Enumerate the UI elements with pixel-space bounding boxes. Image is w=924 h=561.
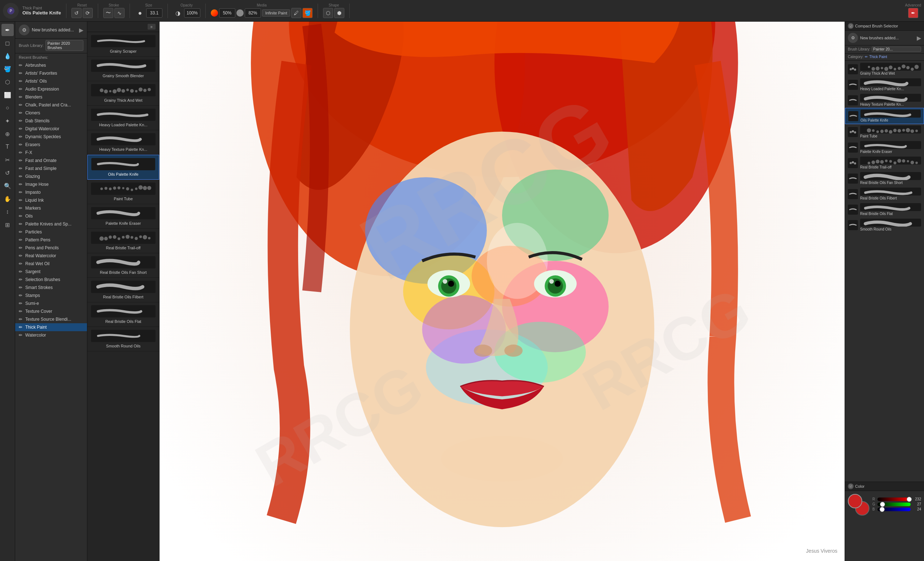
right-brush-item[interactable]: Real Bristle Oils Flat xyxy=(845,202,924,217)
app-icon[interactable]: P xyxy=(3,3,19,19)
right-panel-arrow[interactable]: ▶ xyxy=(917,34,921,42)
tool-text[interactable]: T xyxy=(2,141,14,153)
stroke-btn-1[interactable]: 〜 xyxy=(103,8,113,18)
dropper-btn[interactable]: 🖊 xyxy=(291,8,302,18)
brush-list-item[interactable]: ✏Texture Source Blendi... xyxy=(15,315,87,323)
right-brush-item[interactable]: Real Bristle Oils Filbert xyxy=(845,186,924,202)
brush-list-item[interactable]: ✏Cloners xyxy=(15,109,87,117)
brush-detail-item[interactable]: Grainy Thick And Wet xyxy=(87,81,159,106)
right-brush-item[interactable]: Grainy Thick And Wet xyxy=(845,61,924,77)
tool-brush[interactable]: ✒ xyxy=(2,24,14,36)
brush-list-item[interactable]: ✏Fast and Simple xyxy=(15,165,87,172)
brush-list-item[interactable]: ✏Digital Watercolor xyxy=(15,125,87,133)
brush-list-item[interactable]: ✏Texture Cover xyxy=(15,307,87,315)
right-brush-item[interactable]: Palette Knife Eraser xyxy=(845,140,924,155)
opacity-value[interactable]: 100% xyxy=(184,8,200,18)
reset-all-btn[interactable]: ⟳ xyxy=(82,8,93,18)
brush-panel-arrow[interactable]: ▶ xyxy=(79,27,83,34)
brush-list-item[interactable]: ✏Erasers xyxy=(15,141,87,149)
shape-btn-1[interactable]: ⬡ xyxy=(323,8,333,18)
brush-list-item[interactable]: ✏Oils xyxy=(15,212,87,220)
brush-list-item[interactable]: ✏Audio Expression xyxy=(15,85,87,93)
right-library-select[interactable]: Painter 20... xyxy=(872,46,921,52)
right-brush-item[interactable]: Paint Tube xyxy=(845,124,924,140)
brush-detail-item[interactable]: Smooth Round Oils xyxy=(87,327,159,352)
tool-transform[interactable]: ⊕ xyxy=(2,128,14,140)
tool-zoom[interactable]: 🔍 xyxy=(2,180,14,192)
brush-list-item[interactable]: ✏Watercolor xyxy=(15,331,87,339)
brush-detail-item[interactable]: Oils Palette Knife xyxy=(87,155,159,180)
brush-detail-item[interactable]: Paint Tube xyxy=(87,180,159,204)
size-value[interactable]: 33.1 xyxy=(146,8,162,18)
right-brush-item[interactable]: Real Bristle Trail-off xyxy=(845,155,924,171)
right-brush-item[interactable]: Smooth Round Oils xyxy=(845,217,924,233)
brush-list-item[interactable]: ✏Dab Stencils xyxy=(15,117,87,125)
brush-list-item[interactable]: ✏Glazing xyxy=(15,172,87,180)
brush-library-select[interactable]: Painter 2020 Brushes xyxy=(45,40,83,51)
right-brush-item[interactable]: Oils Palette Knife xyxy=(845,108,924,124)
brush-list-item[interactable]: ✏Chalk, Pastel and Cra... xyxy=(15,101,87,109)
brush-list-item[interactable]: ✏Image Hose xyxy=(15,180,87,188)
brush-list-item[interactable]: ✏Blenders xyxy=(15,93,87,101)
tool-pen[interactable]: ✂ xyxy=(2,154,14,166)
reset-btn[interactable]: ↺ xyxy=(72,8,82,18)
tool-magic-wand[interactable]: ✦ xyxy=(2,115,14,127)
brush-list-item[interactable]: ✏F-X xyxy=(15,149,87,157)
brush-detail-item[interactable]: Real Bristle Oils Flat xyxy=(87,302,159,327)
brush-list-item[interactable]: ✏Airbrushes xyxy=(15,61,87,69)
tool-rect-select[interactable]: ⬜ xyxy=(2,89,14,101)
grain-value[interactable]: 82% xyxy=(245,8,261,18)
g-slider[interactable] xyxy=(878,503,910,506)
brush-list-item[interactable]: ✏Fast and Ornate xyxy=(15,157,87,165)
infinite-paint-btn[interactable]: Infinite Paint xyxy=(262,9,291,16)
brush-list-item[interactable]: ✏Artists' Oils xyxy=(15,77,87,85)
brush-detail-item[interactable]: Grainy Smooth Blender xyxy=(87,57,159,81)
shape-btn-2[interactable]: ⬢ xyxy=(334,8,344,18)
brush-list-item[interactable]: ✏Particles xyxy=(15,228,87,236)
brush-list-item[interactable]: ✏Smart Strokes xyxy=(15,284,87,292)
brush-list-item[interactable]: ✏Sumi-e xyxy=(15,299,87,307)
brush-detail-item[interactable]: Real Bristle Oils Filbert xyxy=(87,278,159,302)
tool-curve[interactable]: ↺ xyxy=(2,167,14,179)
brush-detail-item[interactable]: Palette Knife Eraser xyxy=(87,204,159,229)
tool-eyedropper[interactable]: 💧 xyxy=(2,50,14,62)
brush-list-item[interactable]: ✏Thick Paint xyxy=(15,323,87,331)
tool-lasso[interactable]: ○ xyxy=(2,102,14,114)
brush-detail-item[interactable]: Heavy Loaded Palette Kn... xyxy=(87,106,159,130)
stroke-btn-2[interactable]: ∿ xyxy=(114,8,124,18)
paint-bucket-btn[interactable]: 🪣 xyxy=(303,8,313,18)
tool-rotate[interactable]: ↕ xyxy=(2,206,14,218)
flow-value[interactable]: 50% xyxy=(219,8,236,18)
right-brush-item[interactable]: Heavy Texture Palette Kn... xyxy=(845,92,924,108)
tool-fill[interactable]: 🪣 xyxy=(2,63,14,75)
tool-shape[interactable]: ⬡ xyxy=(2,76,14,88)
right-brush-item[interactable]: Real Bristle Oils Fan Short xyxy=(845,171,924,186)
brush-list-item[interactable]: ✏Artists' Favorites xyxy=(15,69,87,77)
fg-color-swatch[interactable] xyxy=(848,494,862,508)
brush-list-item[interactable]: ✏Dynamic Speckles xyxy=(15,133,87,141)
right-brush-item[interactable]: Heavy Loaded Palette Kn... xyxy=(845,77,924,92)
tool-mirror[interactable]: ⊞ xyxy=(2,218,14,231)
brush-detail-item[interactable]: Heavy Texture Palette Kn... xyxy=(87,130,159,155)
brush-list-item[interactable]: ✏Real Wet Oil xyxy=(15,260,87,268)
brush-list-item[interactable]: ✏Pattern Pens xyxy=(15,236,87,244)
b-slider[interactable] xyxy=(878,508,910,511)
brush-list-item[interactable]: ✏Sargent xyxy=(15,268,87,276)
detail-menu-btn[interactable]: ≡ xyxy=(148,24,156,30)
brush-list-item[interactable]: ✏Stamps xyxy=(15,292,87,299)
brush-detail-item[interactable]: Real Bristle Oils Fan Short xyxy=(87,253,159,278)
r-slider[interactable] xyxy=(878,498,910,501)
brush-list-item[interactable]: ✏Selection Brushes xyxy=(15,276,87,284)
brush-list-item[interactable]: ✏Liquid Ink xyxy=(15,196,87,204)
brush-detail-item[interactable]: Grainy Scraper xyxy=(87,32,159,57)
brush-list-item[interactable]: ✏Impasto xyxy=(15,188,87,196)
brush-list-item[interactable]: ✏Markers xyxy=(15,204,87,212)
brush-list-item[interactable]: ✏Pens and Pencils xyxy=(15,244,87,252)
main-canvas[interactable]: RRCG RRCG RRCG Jesus Viveros xyxy=(159,22,844,561)
advanced-btn[interactable]: ✒ xyxy=(908,8,918,18)
brush-detail-item[interactable]: Real Bristle Trail-off xyxy=(87,229,159,253)
tool-pan[interactable]: ✋ xyxy=(2,193,14,205)
tool-eraser[interactable]: ◻ xyxy=(2,37,14,49)
brush-list-item[interactable]: ✏Palette Knives and Sp... xyxy=(15,220,87,228)
brush-list-item[interactable]: ✏Real Watercolor xyxy=(15,252,87,260)
